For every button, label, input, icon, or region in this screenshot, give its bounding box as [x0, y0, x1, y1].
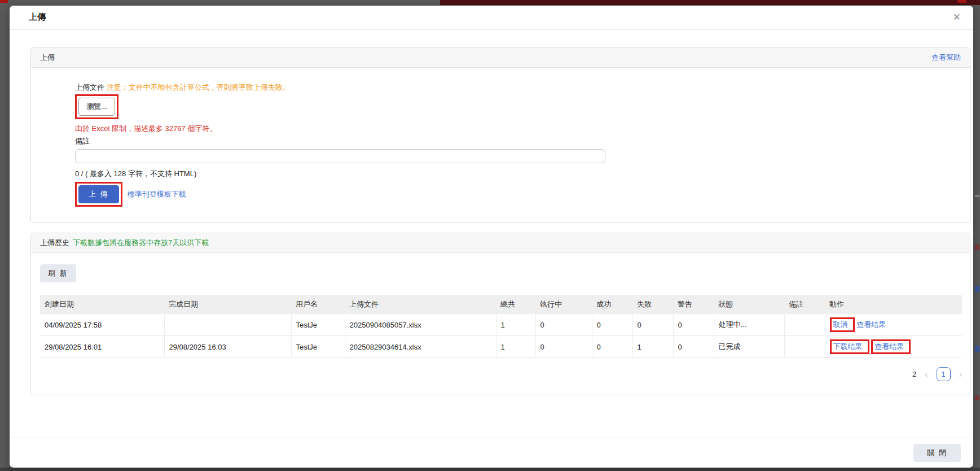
history-retention-note: 下載數據包將在服務器中存放7天以供下載 — [73, 238, 209, 248]
prev-page-icon[interactable]: ‹ — [925, 369, 928, 380]
col-username: 用戶名 — [291, 295, 345, 314]
cell-total: 1 — [496, 314, 535, 336]
upload-panel-header: 上傳 查看幫助 — [31, 48, 970, 68]
cell-created: 29/08/2025 16:01 — [40, 336, 164, 358]
cancel-link[interactable]: 取消 — [833, 320, 848, 329]
upload-panel: 上傳 查看幫助 上傳文件 注意：文件中不能包含計算公式，否則將導致上傳失敗。 瀏… — [30, 47, 970, 223]
template-download-link[interactable]: 標準刊登模板下載 — [128, 189, 186, 199]
upload-actions-row: 上 傳 標準刊登模板下載 — [75, 182, 961, 207]
col-actions: 動作 — [825, 295, 962, 314]
close-icon[interactable]: ✕ — [953, 12, 961, 22]
upload-file-row: 上傳文件 注意：文件中不能包含計算公式，否則將導致上傳失敗。 — [75, 82, 961, 93]
cell-created: 04/09/2025 17:58 — [40, 314, 164, 336]
excel-limit-note: 由於 Excel 限制，描述最多 32767 個字符。 — [75, 124, 961, 134]
cell-status: 已完成 — [714, 336, 784, 358]
view-result-link[interactable]: 查看结果 — [874, 342, 904, 351]
cell-success: 0 — [592, 336, 632, 358]
view-result-link[interactable]: 查看结果 — [856, 320, 886, 329]
cancel-annotation-box: 取消 — [830, 317, 855, 332]
upload-button[interactable]: 上 傳 — [78, 185, 119, 203]
next-page-icon[interactable]: › — [959, 369, 962, 380]
view-result-annotation-box: 查看结果 — [871, 339, 911, 354]
col-remark: 備註 — [784, 295, 825, 314]
col-total: 總共 — [496, 295, 535, 314]
backdrop-artifact — [0, 0, 8, 3]
table-row: 29/08/2025 16:01 29/08/2025 16:03 TestJe… — [40, 336, 962, 358]
remark-label: 備註 — [75, 136, 961, 146]
pagination: 2 ‹ 1 › — [40, 367, 962, 381]
browse-annotation-box: 瀏覽... — [75, 94, 118, 119]
history-panel-header: 上傳歷史 下載數據包將在服務器中存放7天以供下載 — [31, 233, 970, 253]
history-panel: 上傳歷史 下載數據包將在服務器中存放7天以供下載 刷 新 創建日期 完成 — [30, 233, 970, 395]
refresh-button[interactable]: 刷 新 — [40, 264, 76, 282]
table-row: 04/09/2025 17:58 TestJe 20250904085057.x… — [40, 314, 962, 336]
cell-running: 0 — [535, 314, 592, 336]
remark-input[interactable] — [75, 149, 605, 163]
browse-button[interactable]: 瀏覽... — [78, 98, 115, 116]
cell-running: 0 — [535, 336, 592, 358]
cell-remark — [784, 314, 825, 336]
col-completed: 完成日期 — [164, 295, 291, 314]
view-help-link[interactable]: 查看幫助 — [931, 53, 961, 63]
current-page-button[interactable]: 1 — [937, 367, 951, 381]
col-file: 上傳文件 — [345, 295, 496, 314]
dialog-title: 上傳 — [29, 12, 46, 23]
cell-warning: 0 — [673, 336, 714, 358]
download-result-link[interactable]: 下载结果 — [833, 342, 863, 351]
cell-failed: 1 — [632, 336, 673, 358]
cell-remark — [784, 336, 825, 358]
upload-annotation-box: 上 傳 — [75, 182, 122, 207]
upload-panel-title: 上傳 — [40, 53, 55, 63]
cell-actions: 取消 查看结果 — [825, 314, 962, 336]
col-success: 成功 — [592, 295, 632, 314]
col-warning: 警告 — [673, 295, 714, 314]
backdrop-top-bar — [440, 0, 980, 5]
cell-failed: 0 — [632, 314, 673, 336]
cell-success: 0 — [592, 314, 632, 336]
dialog-body: 上傳 查看幫助 上傳文件 注意：文件中不能包含計算公式，否則將導致上傳失敗。 瀏… — [10, 30, 973, 438]
upload-file-warning: 注意：文件中不能包含計算公式，否則將導致上傳失敗。 — [107, 83, 290, 91]
backdrop-artifact — [975, 286, 979, 292]
col-created: 創建日期 — [40, 295, 164, 314]
col-running: 執行中 — [535, 295, 592, 314]
cell-username: TestJe — [291, 314, 345, 336]
dialog-header: 上傳 ✕ — [10, 6, 973, 30]
dialog-footer: 關 閉 — [10, 438, 973, 468]
cell-status: 处理中... — [714, 314, 784, 336]
history-panel-body: 刷 新 創建日期 完成日期 用戶名 上傳文件 總共 — [31, 253, 970, 395]
backdrop-artifact — [975, 245, 979, 250]
history-panel-title: 上傳歷史 — [40, 238, 69, 248]
col-failed: 失敗 — [632, 295, 673, 314]
cell-warning: 0 — [673, 314, 714, 336]
col-status: 狀態 — [714, 295, 784, 314]
table-header-row: 創建日期 完成日期 用戶名 上傳文件 總共 執行中 成功 失敗 警告 狀態 備註… — [40, 295, 962, 314]
upload-panel-body: 上傳文件 注意：文件中不能包含計算公式，否則將導致上傳失敗。 瀏覽... 由於 … — [31, 68, 970, 223]
cell-completed — [164, 314, 291, 336]
backdrop-artifact — [975, 395, 979, 400]
cell-total: 1 — [496, 336, 535, 358]
download-result-annotation-box: 下载结果 — [830, 339, 869, 354]
cell-completed: 29/08/2025 16:03 — [164, 336, 291, 358]
backdrop-artifact — [957, 0, 966, 3]
history-table: 創建日期 完成日期 用戶名 上傳文件 總共 執行中 成功 失敗 警告 狀態 備註… — [40, 295, 962, 358]
cell-username: TestJe — [291, 336, 345, 358]
cell-actions: 下载结果 查看结果 — [825, 336, 962, 358]
upload-file-label: 上傳文件 — [75, 83, 104, 91]
upload-dialog: 上傳 ✕ 上傳 查看幫助 上傳文件 注意：文件中不能包含計算公式，否則將導致上傳… — [10, 6, 973, 468]
backdrop-bottom-bar — [0, 468, 980, 471]
backdrop-artifact — [975, 195, 979, 197]
pagination-total: 2 — [912, 370, 916, 378]
cell-file: 20250904085057.xlsx — [345, 314, 496, 336]
char-count-hint: 0 / ( 最多入 128 字符，不支持 HTML) — [75, 169, 961, 179]
backdrop-artifact — [975, 346, 979, 352]
cell-file: 20250829034614.xlsx — [345, 336, 496, 358]
close-button[interactable]: 關 閉 — [913, 444, 961, 462]
